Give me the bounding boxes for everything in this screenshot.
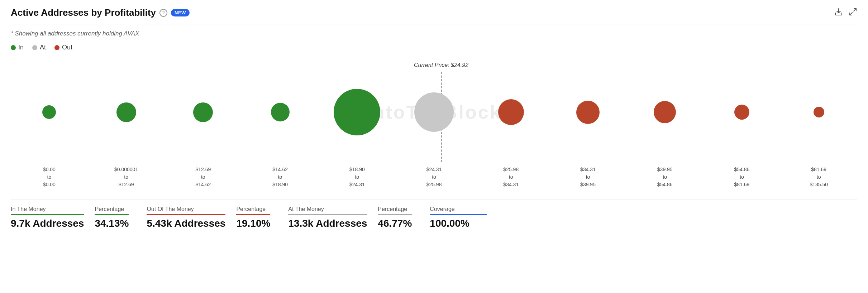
- range-label-6: $25.98to$34.31: [472, 166, 549, 188]
- range-label-7: $34.31to$39.95: [549, 166, 626, 188]
- expand-icon[interactable]: [849, 8, 857, 18]
- stat-value-1-0: 5.43k Addresses: [147, 218, 225, 229]
- range-label-8: $39.95to$54.86: [626, 166, 704, 188]
- bubble-10[interactable]: [814, 107, 824, 117]
- range-label-4: $18.90to$24.31: [319, 166, 396, 188]
- header-left: Active Addresses by Profitability ? NEW: [11, 7, 190, 18]
- stat-sub-group-1-0: Out Of The Money5.43k Addresses: [147, 206, 225, 229]
- help-icon[interactable]: ?: [159, 9, 167, 17]
- bubble-2[interactable]: [193, 102, 213, 122]
- legend-at: At: [32, 44, 46, 51]
- range-label-9: $54.86to$81.69: [704, 166, 781, 188]
- bubble-wrapper-9: [704, 76, 781, 148]
- bubbles-row: [11, 76, 857, 148]
- stat-pct-underline-2: [378, 214, 412, 215]
- stat-pct-underline-0: [95, 214, 129, 215]
- bubble-1[interactable]: [116, 102, 136, 122]
- range-label-10: $81.69to$135.50: [780, 166, 857, 188]
- range-label-0: $0.00to$0.00: [11, 166, 88, 188]
- bubble-0[interactable]: [42, 105, 56, 119]
- range-label-1: $0.000001to$12.69: [88, 166, 165, 188]
- header-icons: [834, 8, 857, 18]
- stat-label-1: Out Of The Money: [147, 206, 225, 212]
- range-label-5: $24.31to$25.98: [396, 166, 473, 188]
- stat-value-3: 100.00%: [430, 218, 487, 229]
- legend-dot-at: [32, 45, 37, 50]
- stat-underline-3: [430, 214, 487, 215]
- stat-pct-label-0: Percentage: [95, 206, 129, 212]
- stat-sub-group-0-0: In The Money9.7k Addresses: [11, 206, 84, 229]
- new-badge: NEW: [171, 9, 190, 16]
- bubble-6[interactable]: [498, 99, 524, 125]
- stat-pct-label-2: Percentage: [378, 206, 412, 212]
- stat-group-1: Out Of The Money5.43k AddressesPercentag…: [147, 206, 270, 229]
- stat-value-2-0: 13.3k Addresses: [288, 218, 367, 229]
- stat-label-0: In The Money: [11, 206, 84, 212]
- legend-dot-out: [54, 45, 59, 50]
- bubble-wrapper-5: [396, 76, 473, 148]
- stat-group-0: In The Money9.7k AddressesPercentage34.1…: [11, 206, 129, 229]
- stats-section: In The Money9.7k AddressesPercentage34.1…: [11, 199, 857, 229]
- stat-pct-underline-1: [236, 214, 270, 215]
- stat-underline-1: [147, 214, 225, 215]
- stat-pct-label-1: Percentage: [236, 206, 270, 212]
- bubble-5[interactable]: [414, 92, 454, 132]
- bubble-3[interactable]: [271, 103, 290, 121]
- stat-sub-group-1-1: Percentage19.10%: [236, 206, 270, 229]
- bubble-wrapper-6: [472, 76, 549, 148]
- stat-sub-group-2-0: At The Money13.3k Addresses: [288, 206, 367, 229]
- stat-value-0-1: 34.13%: [95, 218, 129, 229]
- stat-value-1-1: 19.10%: [236, 218, 270, 229]
- chart-area: Current Price: $24.92 IntoTheBlock: [11, 62, 857, 162]
- current-price-label: Current Price: $24.92: [414, 62, 468, 68]
- bubble-wrapper-10: [780, 76, 857, 148]
- legend-dot-in: [11, 45, 16, 50]
- stat-sub-group-0-1: Percentage34.13%: [95, 206, 129, 229]
- stat-group-2: At The Money13.3k AddressesPercentage46.…: [288, 206, 412, 229]
- header-row: Active Addresses by Profitability ? NEW: [11, 7, 857, 24]
- bubble-wrapper-3: [242, 76, 319, 148]
- ranges-row: $0.00to$0.00$0.000001to$12.69$12.69to$14…: [11, 166, 857, 188]
- subtitle: * Showing all addresses currently holdin…: [11, 30, 857, 37]
- range-label-3: $14.62to$18.90: [242, 166, 319, 188]
- legend-label-at: At: [40, 44, 46, 51]
- bubble-4[interactable]: [334, 89, 380, 135]
- svg-line-1: [854, 9, 856, 11]
- bubble-wrapper-7: [549, 76, 626, 148]
- legend-in: In: [11, 44, 24, 51]
- legend-row: In At Out: [11, 44, 857, 51]
- stat-group-3: Coverage100.00%: [430, 206, 487, 229]
- bubble-wrapper-4: [319, 76, 396, 148]
- bubble-wrapper-2: [164, 76, 242, 148]
- bubble-wrapper-1: [88, 76, 165, 148]
- page-container: Active Addresses by Profitability ? NEW: [0, 0, 868, 236]
- stat-underline-2: [288, 214, 367, 215]
- download-icon[interactable]: [834, 8, 843, 18]
- stat-label-2: At The Money: [288, 206, 367, 212]
- bubble-wrapper-8: [626, 76, 704, 148]
- stat-label-3: Coverage: [430, 206, 487, 212]
- range-label-2: $12.69to$14.62: [164, 166, 242, 188]
- svg-line-2: [850, 13, 852, 15]
- bubble-wrapper-0: [11, 76, 88, 148]
- legend-label-out: Out: [62, 44, 72, 51]
- stat-value-2-1: 46.77%: [378, 218, 412, 229]
- legend-label-in: In: [18, 44, 24, 51]
- stat-value-0-0: 9.7k Addresses: [11, 218, 84, 229]
- bubble-9[interactable]: [734, 105, 749, 120]
- page-title: Active Addresses by Profitability: [11, 7, 156, 18]
- bubble-8[interactable]: [654, 101, 676, 123]
- bubble-7[interactable]: [576, 101, 600, 124]
- stat-sub-group-2-1: Percentage46.77%: [378, 206, 412, 229]
- stat-underline-0: [11, 214, 84, 215]
- legend-out: Out: [54, 44, 72, 51]
